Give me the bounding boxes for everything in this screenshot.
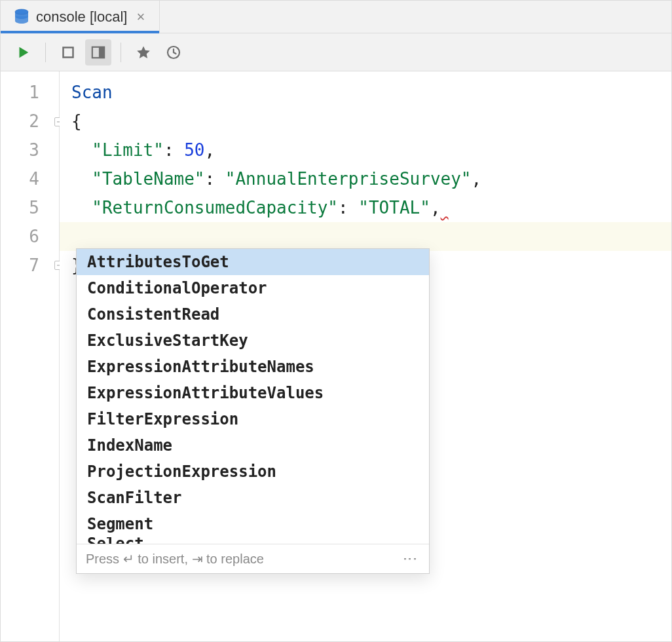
error-marker	[441, 201, 449, 217]
code-editor[interactable]: 1 2 3 4 5 6 7 Scan { "Limit": 50, "Table…	[1, 71, 671, 641]
line-number: 6	[1, 222, 39, 251]
more-options-icon[interactable]: ⋮	[400, 552, 420, 567]
line-number: 3	[1, 136, 39, 164]
hint-text: to replace	[203, 552, 264, 566]
completion-list[interactable]: AttributesToGet ConditionalOperator Cons…	[77, 249, 429, 544]
code-area[interactable]: Scan { "Limit": 50, "TableName": "Annual…	[60, 71, 671, 641]
indent	[71, 198, 92, 217]
code-token: :	[164, 140, 174, 160]
completion-item[interactable]: ProjectionExpression	[77, 459, 429, 485]
completion-item[interactable]: IndexName	[77, 432, 429, 459]
toolbar-separator	[121, 43, 121, 62]
editor-tabbar: console [local] ×	[1, 1, 671, 33]
completion-item[interactable]: FilterExpression	[77, 406, 429, 432]
tab-console-local[interactable]: console [local] ×	[1, 1, 160, 33]
code-token	[174, 140, 185, 160]
hint-text: Press	[86, 552, 123, 566]
code-token: "AnnualEnterpriseSurvey"	[225, 169, 472, 189]
code-token: :	[205, 169, 215, 189]
stop-button[interactable]	[55, 39, 81, 66]
line-number: 2	[1, 107, 39, 136]
completion-popup: AttributesToGet ConditionalOperator Cons…	[76, 248, 430, 574]
code-token: "TableName"	[92, 169, 204, 189]
completion-item[interactable]: ExclusiveStartKey	[77, 328, 429, 354]
completion-item[interactable]: ExpressionAttributeValues	[77, 380, 429, 406]
editor-toolbar	[1, 33, 671, 71]
code-token: 50	[184, 140, 204, 160]
completion-item[interactable]: ConsistentRead	[77, 301, 429, 328]
database-icon	[14, 9, 29, 26]
enter-key-icon: ↵	[123, 552, 134, 566]
line-number: 1	[1, 78, 39, 107]
code-token	[348, 198, 359, 217]
line-number: 4	[1, 164, 39, 193]
code-token: Scan	[71, 83, 113, 102]
tab-key-icon: ⇥	[192, 552, 203, 566]
code-token: "TOTAL"	[358, 198, 430, 217]
code-token: {	[71, 111, 82, 131]
completion-item[interactable]: ExpressionAttributeNames	[77, 354, 429, 380]
indent	[71, 169, 92, 189]
close-icon[interactable]: ×	[134, 10, 147, 24]
line-number: 5	[1, 193, 39, 222]
completion-item[interactable]: AttributesToGet	[77, 249, 429, 275]
completion-hint: Press ↵ to insert, ⇥ to replace	[86, 551, 264, 567]
svg-rect-4	[99, 47, 104, 58]
hint-text: to insert,	[134, 552, 192, 566]
line-number: 7	[1, 251, 39, 280]
code-token: "Limit"	[92, 140, 164, 160]
code-token: "ReturnConsumedCapacity"	[92, 198, 338, 217]
gutter: 1 2 3 4 5 6 7	[1, 71, 60, 641]
completion-item[interactable]: Segment	[77, 511, 429, 537]
code-token: ,	[205, 140, 215, 160]
completion-item[interactable]: Select	[77, 537, 429, 544]
svg-rect-2	[64, 47, 73, 57]
toolbar-separator	[45, 43, 46, 62]
code-token: ,	[430, 198, 441, 217]
favorite-button[interactable]	[130, 39, 157, 66]
code-token	[215, 169, 225, 189]
layout-toggle-button[interactable]	[85, 39, 111, 66]
completion-item[interactable]: ScanFilter	[77, 485, 429, 511]
indent	[71, 140, 92, 160]
code-token: :	[338, 198, 348, 217]
run-button[interactable]	[10, 39, 36, 66]
history-button[interactable]	[160, 39, 187, 66]
code-token: ,	[472, 169, 482, 189]
tab-label: console [local]	[36, 9, 127, 26]
completion-footer: Press ↵ to insert, ⇥ to replace ⋮	[77, 544, 429, 573]
completion-item[interactable]: ConditionalOperator	[77, 275, 429, 301]
current-line	[60, 222, 672, 251]
